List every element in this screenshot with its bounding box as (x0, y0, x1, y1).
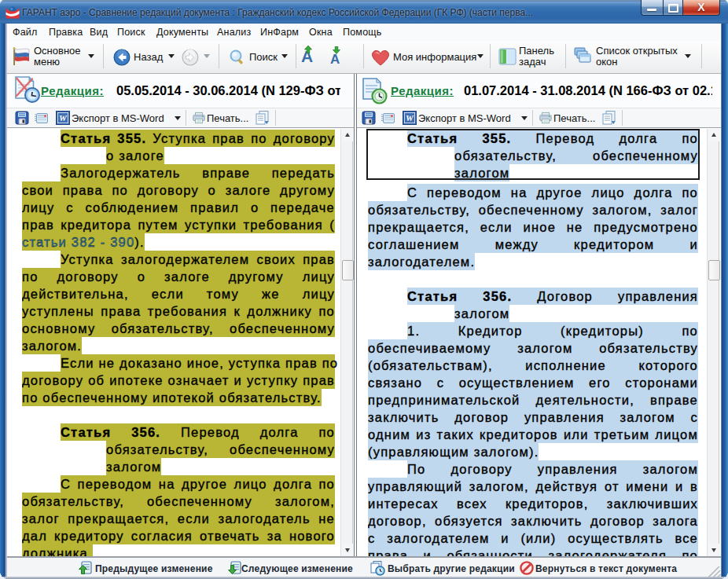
svg-text:W: W (59, 113, 68, 123)
svg-text:W: W (406, 113, 414, 123)
